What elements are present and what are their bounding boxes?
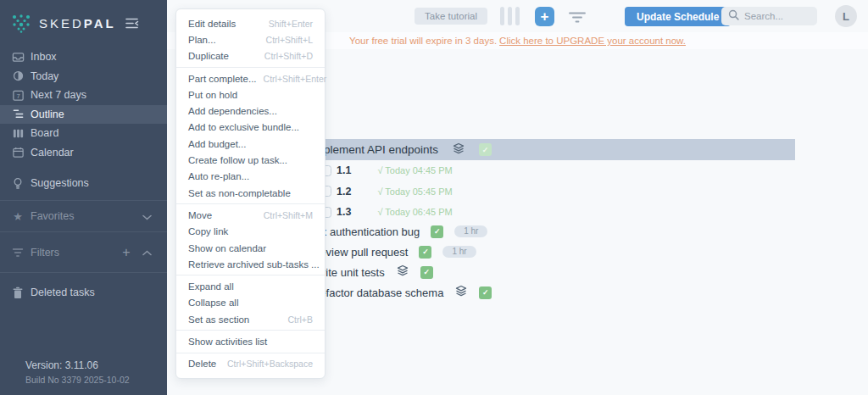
add-task-button[interactable]: +	[535, 7, 554, 26]
app-window: SKEDPAL Inbox	[0, 0, 868, 395]
menu-item-expand-all[interactable]: Expand all	[176, 278, 325, 294]
menu-item-delete[interactable]: DeleteCtrl+Shift+Backspace	[176, 356, 325, 372]
menu-item-create-follow-up-task[interactable]: Create follow up task...	[176, 152, 325, 168]
sidebar: SKEDPAL Inbox	[0, 0, 167, 395]
menu-item-label: Plan...	[188, 35, 216, 45]
scheduled-calendar-icon: ✓	[420, 266, 433, 279]
sidebar-item-label: Calendar	[31, 147, 74, 159]
sidebar-item-deleted-tasks[interactable]: Deleted tasks	[0, 282, 167, 303]
menu-item-label: Part complete...	[188, 74, 257, 84]
task-title[interactable]: Implement API endpoints	[311, 143, 438, 156]
menu-divider	[176, 353, 325, 353]
menu-item-label: Retrieve archived sub-tasks ...	[188, 259, 320, 270]
upgrade-link[interactable]: Click here to UPGRADE your account now.	[499, 36, 686, 46]
sidebar-item-inbox[interactable]: Inbox	[0, 47, 167, 67]
menu-item-shortcut: Ctrl+Shift+Enter	[257, 74, 327, 84]
subtask-schedule-status: √ Today 06:45 PM	[377, 207, 452, 217]
sidebar-item-label: Next 7 days	[31, 89, 86, 101]
menu-item-shortcut: Shift+Enter	[262, 19, 313, 29]
sidebar-item-today[interactable]: Today	[0, 67, 167, 86]
trial-banner-text: Your free trial will expire in 3 days.	[349, 36, 497, 46]
sidebar-divider	[0, 272, 167, 273]
subtasks-layers-icon	[452, 142, 465, 159]
menu-item-move[interactable]: MoveCtrl+Shift+M	[176, 207, 325, 223]
menu-item-part-complete[interactable]: Part complete...Ctrl+Shift+Enter	[176, 70, 325, 86]
sidebar-section-favorites[interactable]: ★ Favorites	[0, 201, 167, 231]
sidebar-item-label: Inbox	[31, 51, 57, 63]
subtask-label[interactable]: 1.3	[337, 206, 351, 218]
menu-item-set-as-section[interactable]: Set as sectionCtrl+B	[176, 311, 325, 327]
sidebar-item-board[interactable]: Board	[0, 124, 167, 143]
subtasks-layers-icon	[396, 264, 409, 281]
sidebar-item-outline[interactable]: Outline	[0, 105, 167, 125]
task-title[interactable]: Fix authentication bug	[312, 225, 420, 238]
sidebar-collapse-icon[interactable]	[125, 17, 139, 30]
menu-item-label: Auto re-plan...	[188, 171, 249, 181]
menu-item-copy-link[interactable]: Copy link	[176, 224, 325, 240]
build-number: Build No 3379 2025-10-02	[25, 375, 130, 385]
sidebar-section-filters[interactable]: Filters +	[0, 232, 167, 272]
search-box[interactable]	[721, 7, 817, 25]
menu-divider	[176, 275, 325, 275]
menu-item-duplicate[interactable]: DuplicateCtrl+Shift+D	[176, 48, 325, 64]
menu-item-show-on-calendar[interactable]: Show on calendar	[176, 240, 325, 256]
menu-group: Expand all Collapse all Set as sectionCt…	[176, 278, 325, 327]
sidebar-item-calendar[interactable]: Calendar	[0, 143, 167, 163]
menu-item-set-as-non-completable[interactable]: Set as non-completable	[176, 185, 325, 201]
task-row: Review pull request ✓ 1 hr	[312, 242, 476, 262]
menu-item-edit-details[interactable]: Edit detailsShift+Enter	[176, 15, 325, 31]
board-columns-icon[interactable]	[500, 7, 520, 25]
scheduled-calendar-icon: ✓	[479, 143, 492, 156]
logo-row: SKEDPAL	[0, 0, 167, 47]
chevron-up-icon[interactable]	[136, 246, 157, 259]
today-icon	[11, 70, 25, 83]
menu-item-add-budget[interactable]: Add budget...	[176, 136, 325, 152]
menu-item-shortcut: Ctrl+Shift+D	[258, 51, 313, 61]
sidebar-nav: Inbox Today 7 Next 7 days	[0, 47, 167, 162]
menu-item-label: Add dependencies...	[188, 106, 277, 116]
menu-item-plan[interactable]: Plan...Ctrl+Shift+L	[176, 31, 325, 47]
update-schedule-button[interactable]: Update Schedule	[625, 7, 731, 26]
menu-item-add-dependencies[interactable]: Add dependencies...	[176, 103, 325, 119]
filter-tasks-icon[interactable]	[569, 11, 586, 26]
sidebar-item-label: Deleted tasks	[31, 287, 95, 298]
chevron-down-icon[interactable]	[136, 210, 157, 223]
subtask-schedule-status: √ Today 04:45 PM	[377, 165, 452, 175]
sidebar-item-label: Suggestions	[31, 177, 89, 189]
menu-item-show-activities-list[interactable]: Show activities list	[176, 333, 325, 349]
menu-item-collapse-all[interactable]: Collapse all	[176, 295, 325, 311]
menu-item-label: Set as non-completable	[188, 188, 291, 198]
task-title[interactable]: Refactor database schema	[312, 287, 443, 299]
lightbulb-icon	[11, 176, 25, 190]
menu-divider	[176, 203, 325, 204]
menu-item-put-on-hold[interactable]: Put on hold	[176, 86, 325, 103]
menu-item-auto-replan[interactable]: Auto re-plan...	[176, 169, 325, 185]
version-number: Version: 3.11.06	[25, 359, 130, 371]
add-filter-button[interactable]: +	[116, 245, 136, 260]
menu-item-label: Put on hold	[188, 90, 237, 100]
subtask-label[interactable]: 1.1	[337, 164, 351, 176]
menu-item-add-to-exclusive-bundle[interactable]: Add to exclusive bundle...	[176, 120, 325, 136]
sidebar-item-label: Today	[31, 70, 58, 82]
avatar[interactable]: L	[835, 5, 857, 27]
sidebar-item-suggestions[interactable]: Suggestions	[0, 173, 167, 193]
task-row: Refactor database schema ✓	[312, 282, 492, 303]
logo-pal: PAL	[84, 16, 116, 31]
menu-item-label: Delete	[188, 359, 216, 369]
take-tutorial-button[interactable]: Take tutorial	[415, 8, 487, 25]
sidebar-item-label: Outline	[31, 108, 64, 120]
subtask-row: 1.1 √ Today 04:45 PM	[320, 160, 453, 181]
menu-group: Show activities list	[176, 333, 325, 349]
outline-icon	[11, 108, 25, 121]
search-input[interactable]	[744, 11, 812, 21]
task-title[interactable]: Review pull request	[312, 246, 408, 259]
menu-group: Part complete...Ctrl+Shift+Enter Put on …	[176, 70, 325, 201]
sidebar-item-next-7-days[interactable]: 7 Next 7 days	[0, 86, 167, 105]
svg-text:7: 7	[16, 92, 19, 100]
menu-item-retrieve-archived-sub-tasks[interactable]: Retrieve archived sub-tasks ...	[176, 256, 325, 272]
scheduled-calendar-icon: ✓	[419, 246, 431, 259]
menu-item-label: Expand all	[188, 281, 234, 292]
task-row: Write unit tests ✓	[312, 262, 433, 282]
task-context-menu: Edit detailsShift+Enter Plan...Ctrl+Shif…	[175, 8, 326, 379]
subtask-label[interactable]: 1.2	[337, 186, 351, 198]
